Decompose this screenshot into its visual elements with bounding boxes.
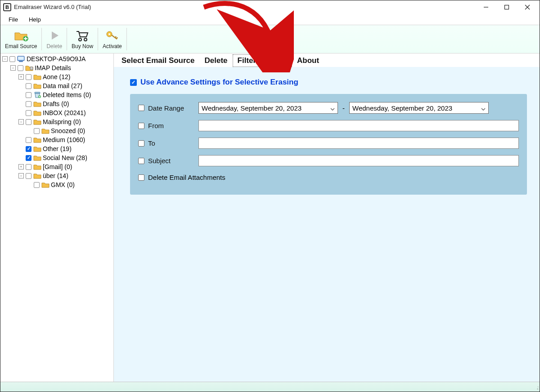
tab-filter-options[interactable]: Filter Options [233, 54, 292, 67]
tb-activate-label: Activate [103, 43, 122, 49]
subject-checkbox[interactable] [138, 158, 144, 164]
tree-checkbox[interactable] [34, 182, 40, 188]
date-to-value: Wednesday, September 20, 2023 [352, 104, 452, 112]
collapse-icon[interactable]: − [18, 173, 24, 178]
expand-icon[interactable]: + [18, 164, 24, 169]
minimize-button[interactable] [476, 0, 496, 14]
date-from-picker[interactable]: Wednesday, September 20, 2023 [198, 102, 338, 114]
maximize-button[interactable] [496, 0, 517, 14]
tree-item[interactable]: −über (14) [0, 171, 113, 180]
tab-delete[interactable]: Delete [200, 54, 233, 67]
tree-checkbox[interactable] [18, 65, 23, 71]
tab-select-source[interactable]: Select Email Source [117, 54, 200, 67]
tree-item[interactable]: +[Gmail] (0) [0, 162, 113, 171]
from-input[interactable] [198, 120, 519, 131]
tree-checkbox[interactable] [26, 164, 32, 170]
tree-item[interactable]: Snoozed (0) [0, 126, 113, 135]
tb-activate[interactable]: Activate [98, 25, 126, 53]
tree-checkbox[interactable] [26, 101, 32, 107]
to-checkbox[interactable] [138, 140, 144, 147]
tree-item[interactable]: +Aone (12) [0, 72, 113, 81]
tree-item[interactable]: −DESKTOP-A59O9JA [0, 54, 113, 63]
toolbar: Email Source Delete Buy Now Activate [0, 25, 540, 53]
tree-checkbox[interactable] [26, 146, 32, 152]
date-from-value: Wednesday, September 20, 2023 [202, 104, 302, 112]
close-button[interactable] [517, 0, 538, 14]
tree-item[interactable]: Social New (28) [0, 153, 113, 162]
collapse-icon[interactable]: − [2, 56, 8, 62]
tb-delete[interactable]: Delete [42, 25, 67, 53]
tab-bar: Select Email Source Delete Filter Option… [114, 53, 540, 67]
tab-about[interactable]: About [292, 54, 324, 67]
app-icon: B [3, 3, 11, 11]
date-range-label: Date Range [148, 104, 198, 112]
folder-icon [41, 182, 50, 188]
expand-icon[interactable]: + [18, 74, 24, 80]
folder-icon [33, 83, 41, 89]
tree-checkbox[interactable] [26, 110, 32, 116]
twist-blank [18, 92, 24, 98]
tree-checkbox[interactable] [26, 137, 32, 143]
from-checkbox[interactable] [138, 123, 144, 129]
to-input[interactable] [198, 138, 519, 149]
tb-buy-now-label: Buy Now [72, 43, 93, 49]
play-icon [49, 29, 60, 42]
folder-icon [33, 101, 41, 107]
tree-item[interactable]: GMX (0) [0, 180, 113, 189]
tree-checkbox[interactable] [34, 128, 40, 134]
tree-checkbox[interactable] [26, 92, 32, 98]
folder-icon [33, 155, 41, 161]
twist-blank [18, 137, 24, 143]
svg-rect-7 [505, 5, 509, 9]
twist-blank [27, 182, 32, 187]
subject-input[interactable] [198, 155, 519, 166]
subject-label: Subject [148, 157, 198, 165]
date-to-picker[interactable]: Wednesday, September 20, 2023 [349, 102, 489, 114]
main-pane: Select Email Source Delete Filter Option… [114, 53, 540, 382]
date-range-checkbox[interactable] [138, 105, 144, 111]
from-label: From [148, 122, 198, 129]
tree-item-label: Mailspring (0) [43, 118, 81, 125]
folder-icon [33, 119, 41, 125]
key-icon [105, 29, 119, 42]
tree-checkbox[interactable] [26, 173, 32, 179]
tree-checkbox[interactable] [26, 83, 32, 89]
delete-attachments-checkbox[interactable] [138, 174, 144, 181]
svg-point-14 [108, 33, 110, 35]
menu-file[interactable]: File [3, 15, 23, 24]
tree-item[interactable]: INBOX (20241) [0, 108, 113, 117]
tree-item[interactable]: Medium (1060) [0, 135, 113, 144]
folder-icon [33, 164, 41, 170]
tree-checkbox[interactable] [26, 155, 32, 161]
tree-item-label: DESKTOP-A59O9JA [27, 55, 86, 62]
tree-checkbox[interactable] [9, 56, 15, 62]
tb-buy-now[interactable]: Buy Now [67, 25, 98, 53]
tree-item[interactable]: Other (19) [0, 144, 113, 153]
tb-email-source[interactable]: Email Source [0, 25, 41, 53]
menu-help[interactable]: Help [23, 15, 46, 24]
tree-item[interactable]: Data mail (27) [0, 81, 113, 90]
tree-item[interactable]: Deleted Items (0) [0, 90, 113, 99]
collapse-icon[interactable]: − [10, 65, 16, 71]
tree-item-label: Snoozed (0) [51, 127, 85, 134]
folderdb-icon [25, 65, 33, 71]
twist-blank [27, 128, 32, 134]
tree-item[interactable]: −Mailspring (0) [0, 117, 113, 126]
use-advance-checkbox[interactable] [130, 79, 137, 86]
filter-box: Date Range Wednesday, September 20, 2023… [130, 94, 527, 195]
tree-item[interactable]: Drafts (0) [0, 99, 113, 108]
cart-icon [76, 29, 89, 42]
tree-item-label: Other (19) [43, 145, 72, 152]
tree-item-label: Deleted Items (0) [43, 91, 91, 98]
tree-checkbox[interactable] [26, 119, 32, 125]
tree-item-label: über (14) [43, 172, 68, 179]
tb-email-source-label: Email Source [5, 43, 37, 49]
twist-blank [18, 83, 24, 89]
folder-icon [33, 137, 41, 143]
resize-grip-icon[interactable]: ..: [537, 385, 538, 390]
tree-checkbox[interactable] [26, 74, 32, 80]
collapse-icon[interactable]: − [18, 119, 24, 125]
twist-blank [18, 110, 24, 116]
chevron-down-icon [481, 104, 486, 112]
tree-item[interactable]: −IMAP Details [0, 63, 113, 72]
